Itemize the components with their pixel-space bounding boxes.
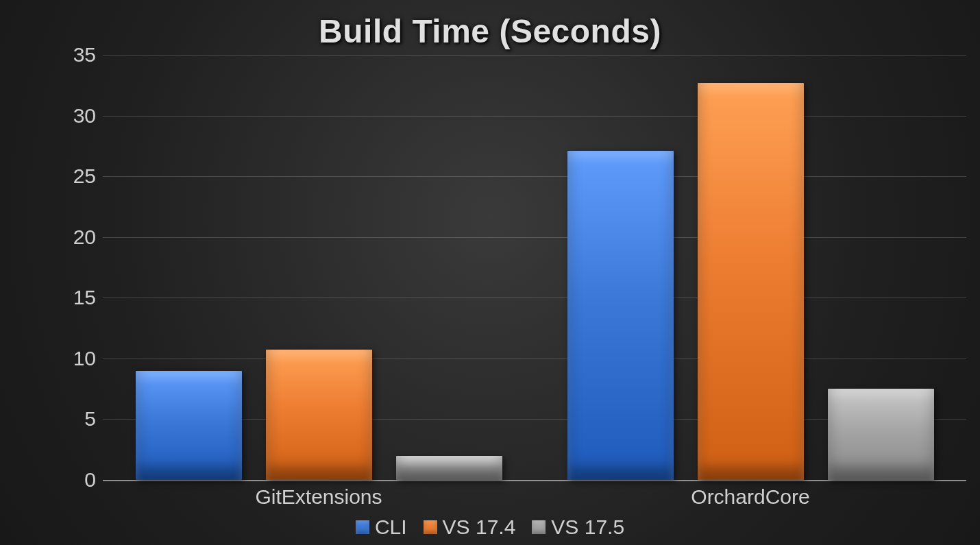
legend-label: VS 17.4 <box>443 516 516 539</box>
plot-area <box>103 55 966 480</box>
gridline <box>103 480 966 481</box>
legend-label: VS 17.5 <box>551 516 624 539</box>
legend-label: CLI <box>375 516 407 539</box>
x-tick-label: OrchardCore <box>613 485 887 509</box>
y-tick-label: 0 <box>27 468 96 492</box>
gridline <box>103 298 966 298</box>
x-tick-label: GitExtensions <box>182 485 456 509</box>
legend-item: VS 17.4 <box>424 516 516 539</box>
y-tick-label: 25 <box>27 165 96 188</box>
y-tick-label: 15 <box>27 286 96 309</box>
y-tick-label: 5 <box>27 407 96 431</box>
y-tick-label: 10 <box>27 347 96 370</box>
chart-container: Build Time (Seconds) 05101520253035 GitE… <box>0 0 980 545</box>
bar <box>567 151 674 480</box>
y-tick-label: 35 <box>27 43 96 66</box>
bar <box>828 389 934 480</box>
gridline <box>103 176 966 177</box>
legend-swatch <box>424 520 437 534</box>
y-tick-label: 20 <box>27 226 96 249</box>
legend-swatch <box>356 520 369 534</box>
legend-item: CLI <box>356 516 407 539</box>
legend-swatch <box>532 520 546 534</box>
gridline <box>103 359 966 359</box>
gridline <box>103 116 966 117</box>
legend-item: VS 17.5 <box>532 516 624 539</box>
bar <box>698 83 804 480</box>
bar <box>136 371 242 480</box>
bar <box>266 350 372 480</box>
gridline <box>103 237 966 238</box>
gridline <box>103 55 966 56</box>
chart-title: Build Time (Seconds) <box>0 12 980 50</box>
bar <box>396 456 502 480</box>
y-tick-label: 30 <box>27 104 96 128</box>
legend: CLIVS 17.4VS 17.5 <box>0 516 980 539</box>
